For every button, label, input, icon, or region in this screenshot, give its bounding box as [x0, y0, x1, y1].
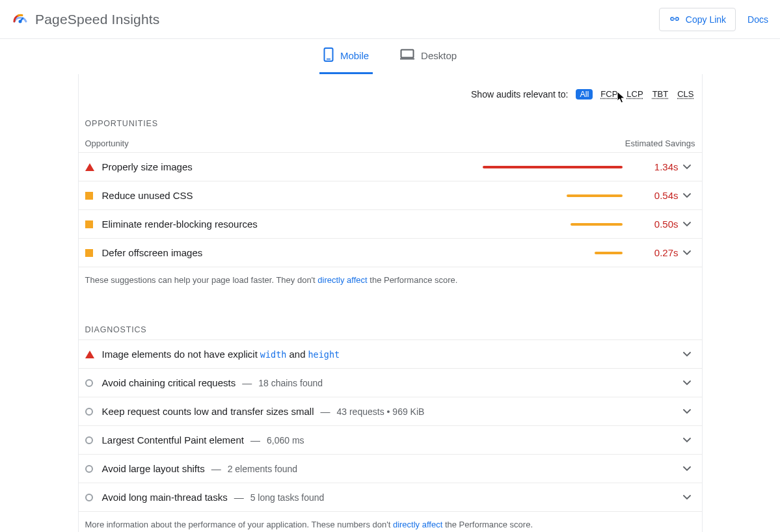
footnote-text-post: the Performance score.	[368, 275, 458, 285]
chevron-down-icon[interactable]	[679, 466, 695, 472]
col-savings: Estimated Savings	[625, 139, 695, 148]
savings-value: 0.27s	[632, 247, 679, 258]
chevron-down-icon[interactable]	[679, 352, 695, 357]
chip-fcp[interactable]: FCP	[599, 88, 619, 100]
opportunities-heading: OPPORTUNITIES	[79, 103, 702, 133]
footnote-text-pre: These suggestions can help your page loa…	[85, 275, 318, 285]
square-orange-icon	[85, 249, 93, 257]
circle-gray-icon	[85, 408, 93, 416]
footnote-link[interactable]: directly affect	[393, 520, 442, 529]
savings-bar	[440, 194, 632, 197]
circle-gray-icon	[85, 436, 93, 444]
diagnostics-footnote: More information about the performance o…	[79, 511, 702, 532]
diagnostic-row[interactable]: Largest Contentful Paint element—6,060 m…	[79, 425, 702, 454]
chevron-down-icon[interactable]	[679, 409, 695, 414]
savings-bar	[440, 223, 632, 226]
circle-gray-icon	[85, 465, 93, 473]
footnote-text-pre: More information about the performance o…	[85, 520, 393, 529]
footnote-text-post: the Performance score.	[442, 520, 533, 529]
diagnostic-title: Keep request counts low and transfer siz…	[102, 406, 440, 417]
diagnostic-sub: 18 chains found	[258, 378, 323, 388]
chevron-down-icon[interactable]	[679, 222, 695, 227]
opportunity-title: Defer offscreen images	[102, 247, 440, 258]
tab-mobile[interactable]: Mobile	[319, 39, 373, 74]
chevron-down-icon[interactable]	[679, 380, 695, 386]
mobile-icon	[323, 47, 334, 64]
footnote-link[interactable]: directly affect	[317, 275, 367, 285]
opportunities-column-header: Opportunity Estimated Savings	[79, 133, 702, 152]
square-orange-icon	[85, 192, 93, 200]
opportunities-footnote: These suggestions can help your page loa…	[79, 267, 702, 290]
triangle-red-icon	[85, 163, 94, 171]
chevron-down-icon[interactable]	[679, 438, 695, 443]
opportunities-list: Properly size images1.34sReduce unused C…	[79, 152, 702, 267]
square-orange-icon	[85, 220, 93, 228]
savings-value: 0.50s	[632, 219, 679, 230]
chip-all[interactable]: All	[576, 89, 593, 100]
chip-lcp[interactable]: LCP	[625, 88, 644, 100]
col-opportunity: Opportunity	[85, 139, 129, 148]
diagnostic-title: Avoid large layout shifts—2 elements fou…	[102, 463, 440, 474]
code-attr: width	[260, 349, 287, 360]
tab-desktop[interactable]: Desktop	[396, 39, 461, 74]
tab-desktop-label: Desktop	[421, 50, 457, 61]
diagnostic-title: Largest Contentful Paint element—6,060 m…	[102, 434, 440, 446]
circle-gray-icon	[85, 379, 93, 387]
chevron-down-icon[interactable]	[679, 495, 695, 500]
code-attr: height	[308, 349, 340, 360]
diagnostic-row[interactable]: Avoid chaining critical requests—18 chai…	[79, 368, 702, 397]
diagnostic-row[interactable]: Image elements do not have explicit widt…	[79, 339, 702, 368]
diagnostic-title: Image elements do not have explicit widt…	[102, 349, 440, 360]
diagnostic-sub: 43 requests • 969 KiB	[337, 406, 425, 417]
brand-text: PageSpeed Insights	[35, 12, 160, 27]
svg-rect-4	[401, 50, 414, 58]
diagnostic-sub: 5 long tasks found	[250, 492, 325, 503]
copy-link-label: Copy Link	[686, 14, 726, 25]
filter-label: Show audits relevant to:	[471, 89, 568, 100]
svg-rect-5	[400, 59, 414, 60]
link-icon	[669, 14, 680, 25]
diagnostic-row[interactable]: Avoid large layout shifts—2 elements fou…	[79, 454, 702, 483]
savings-value: 0.54s	[632, 190, 679, 201]
psi-logo-icon	[12, 10, 29, 29]
diagnostic-sub: 2 elements found	[228, 464, 297, 474]
report-panel: Show audits relevant to: All FCP LCP TBT…	[78, 74, 703, 532]
copy-link-button[interactable]: Copy Link	[659, 8, 736, 31]
savings-value: 1.34s	[632, 161, 679, 172]
opportunity-title: Reduce unused CSS	[102, 190, 440, 201]
chip-tbt[interactable]: TBT	[651, 88, 670, 100]
docs-link[interactable]: Docs	[747, 14, 768, 25]
savings-bar	[440, 166, 632, 168]
chevron-down-icon[interactable]	[679, 193, 695, 198]
circle-gray-icon	[85, 494, 93, 501]
diagnostic-title: Avoid chaining critical requests—18 chai…	[102, 377, 440, 388]
chevron-down-icon[interactable]	[679, 250, 695, 256]
triangle-red-icon	[85, 351, 94, 358]
diagnostic-title: Avoid long main-thread tasks—5 long task…	[102, 492, 440, 503]
desktop-icon	[400, 49, 414, 62]
diagnostic-row[interactable]: Keep request counts low and transfer siz…	[79, 397, 702, 425]
opportunity-title: Properly size images	[102, 161, 440, 172]
diagnostic-sub: 6,060 ms	[267, 435, 304, 446]
diagnostic-row[interactable]: Avoid long main-thread tasks—5 long task…	[79, 483, 702, 511]
diagnostics-heading: DIAGNOSTICS	[79, 290, 702, 339]
chevron-down-icon[interactable]	[679, 165, 695, 170]
opportunity-row[interactable]: Eliminate render-blocking resources0.50s	[79, 209, 702, 238]
svg-rect-3	[327, 59, 330, 60]
opportunity-row[interactable]: Reduce unused CSS0.54s	[79, 181, 702, 209]
audit-filter-row: Show audits relevant to: All FCP LCP TBT…	[79, 74, 702, 103]
opportunity-title: Eliminate render-blocking resources	[102, 219, 440, 230]
opportunity-row[interactable]: Properly size images1.34s	[79, 152, 702, 181]
filter-chips: All FCP LCP TBT CLS	[576, 88, 695, 100]
tab-mobile-label: Mobile	[340, 50, 369, 61]
chip-cls[interactable]: CLS	[676, 88, 695, 100]
opportunity-row[interactable]: Defer offscreen images0.27s	[79, 238, 702, 267]
top-actions: Copy Link Docs	[659, 8, 768, 31]
brand: PageSpeed Insights	[12, 10, 160, 29]
topbar: PageSpeed Insights Copy Link Docs	[0, 0, 780, 39]
diagnostics-list: Image elements do not have explicit widt…	[79, 339, 702, 511]
savings-bar	[440, 252, 632, 254]
device-tabs: Mobile Desktop	[0, 39, 780, 74]
